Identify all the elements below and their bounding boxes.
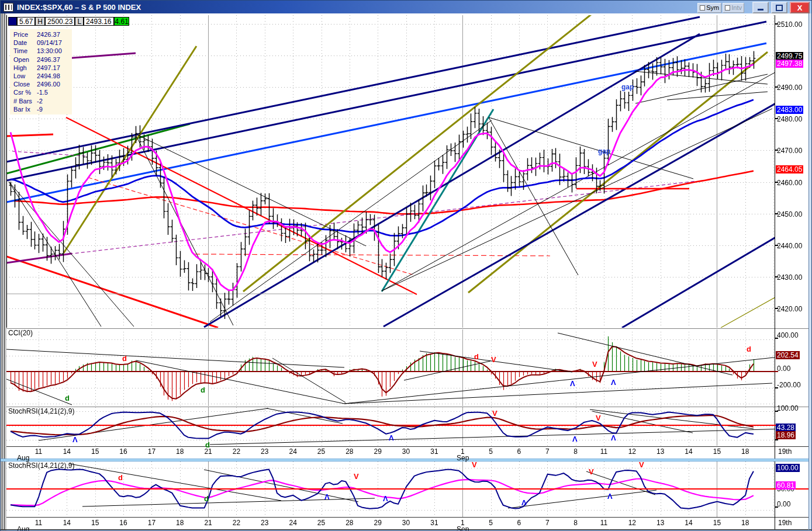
x-axis-end-label: 19th xyxy=(778,519,792,527)
x-axis-day-label: 24 xyxy=(285,447,301,456)
data-window-value: -1.5 xyxy=(37,88,48,96)
cci-annotation-d: d xyxy=(122,355,127,362)
cci-annotation-up: Λ xyxy=(570,380,575,387)
x-axis-day-label: 15 xyxy=(709,519,725,527)
checkbox-icon xyxy=(700,5,705,11)
cci-annotation-d: d xyxy=(747,345,751,353)
chart-window: INDEX:$SPX,60 – S & P 500 INDEX Sym Intv… xyxy=(0,0,812,531)
x-axis-day-label: 18 xyxy=(172,519,188,527)
open-swatch xyxy=(8,17,17,26)
x-axis-day-label: 17 xyxy=(143,447,160,456)
x-axis-day-label: 5 xyxy=(483,447,499,456)
price-axis-label: 2420.00 xyxy=(777,305,802,313)
data-window-row: Open2496.37 xyxy=(13,55,72,64)
close-button[interactable]: X xyxy=(790,2,810,13)
data-window-label: Date xyxy=(13,39,37,47)
stochrsi1-annotation-up: Λ xyxy=(72,436,78,443)
intv-button[interactable]: Intv xyxy=(723,3,744,13)
x-axis-day-label: 14 xyxy=(680,447,697,456)
stochrsi1-annotation-up: Λ xyxy=(389,434,394,442)
data-window-value: 2497.17 xyxy=(37,64,60,72)
cci-annotation-d: d xyxy=(474,353,479,360)
price-axis-label: 2490.00 xyxy=(777,84,802,92)
x-axis-day-label: 23 xyxy=(257,447,273,456)
x-axis-end-label: 19th xyxy=(778,447,792,456)
stochrsi2-annotation-up: Λ xyxy=(383,495,388,502)
x-axis-day-label: 23 xyxy=(257,519,273,527)
data-window-value: 2496.37 xyxy=(37,55,60,64)
window-title: INDEX:$SPX,60 – S & P 500 INDEX xyxy=(17,3,141,12)
close-icon: X xyxy=(797,5,803,11)
stochrsi2-panel-title: StochRSI(14,21(2),9) xyxy=(8,461,74,470)
title-bar[interactable]: INDEX:$SPX,60 – S & P 500 INDEX Sym Intv… xyxy=(1,1,811,13)
x-axis-day-label: 29 xyxy=(369,519,386,527)
x-axis-day-label: 14 xyxy=(58,519,75,527)
stochrsi2-annotation-up: Λ xyxy=(324,493,330,501)
cci-annotation-down: V xyxy=(491,356,496,363)
x-axis-day-label: 11 xyxy=(596,447,612,456)
checkbox-icon xyxy=(725,5,730,11)
cci-annotation-up: Λ xyxy=(611,379,616,386)
data-window-row: Time13:30:00 xyxy=(13,47,72,55)
cci-panel-title: CCI(20) xyxy=(8,329,33,337)
sym-button[interactable]: Sym xyxy=(697,3,721,13)
minimize-button[interactable] xyxy=(752,2,769,13)
x-axis-month-label: Aug xyxy=(17,525,29,531)
data-window-value: 09/14/17 xyxy=(37,39,62,47)
x-axis-day-label: 30 xyxy=(398,519,414,527)
stochrsi2-50-line xyxy=(6,488,808,490)
stochrsi2-annotation-d: d xyxy=(118,474,123,481)
x-axis-day-label: 18 xyxy=(737,447,754,456)
price-axis-label: 2480.00 xyxy=(777,115,802,123)
data-window-label: Close xyxy=(13,80,37,88)
data-window-value: 13:30:00 xyxy=(37,47,62,55)
stochrsi2-axis-box: 100.00 xyxy=(776,464,800,472)
data-window-label: # Bars xyxy=(13,97,37,105)
x-axis-day-label: 15 xyxy=(87,519,103,527)
stochrsi2-annotation-down: V xyxy=(589,468,594,476)
x-axis-day-label: 15 xyxy=(709,447,725,456)
x-axis-day-label: 25 xyxy=(313,519,330,527)
x-axis-day-label: 5 xyxy=(483,519,499,527)
cci-annotation-d: d xyxy=(65,394,70,402)
price-axis-label: 2470.00 xyxy=(777,147,802,155)
maximize-button[interactable] xyxy=(771,2,787,13)
x-axis-day-label: 29 xyxy=(369,447,386,456)
price-axis-label: 2510.00 xyxy=(777,20,802,29)
x-axis-day-label: 8 xyxy=(568,519,584,527)
cci-axis-label: 0.00 xyxy=(777,365,790,373)
data-window: Price2426.37Date09/14/17Time13:30:00Open… xyxy=(10,29,72,114)
data-window-value: 2494.98 xyxy=(37,72,60,80)
x-axis-day-label: 12 xyxy=(624,447,640,456)
data-window-label: Bar Ix xyxy=(13,105,37,113)
stochrsi1-annotation-d: d xyxy=(205,441,210,449)
stochrsi2-axis-label: 0.00 xyxy=(777,500,790,508)
data-window-value: -9 xyxy=(37,105,43,113)
x-axis-day-label: 22 xyxy=(228,519,244,527)
data-window-row: # Bars-2 xyxy=(13,97,72,105)
x-axis-day-label: 22 xyxy=(228,447,244,456)
x-axis-day-label: 18 xyxy=(172,447,188,456)
data-window-row: Price2426.37 xyxy=(13,30,72,39)
data-window-label: High xyxy=(13,64,37,72)
high-label: H xyxy=(35,17,45,26)
data-window-value: 2496.00 xyxy=(37,80,60,88)
data-window-row: Bar Ix-9 xyxy=(13,105,72,113)
data-window-label: Time xyxy=(13,47,37,55)
data-window-label: Price xyxy=(13,30,37,39)
quote-close: 4.61 xyxy=(114,17,129,26)
x-axis-month-label: Aug xyxy=(17,454,29,462)
cci-axis-label: -200.00 xyxy=(777,381,801,389)
x-axis-day-label: 16 xyxy=(115,447,132,456)
x-axis-day-label: 7 xyxy=(539,519,555,527)
x-axis-day-label: 11 xyxy=(30,519,47,527)
data-window-value: 2426.37 xyxy=(37,30,60,39)
cci-axis-label: 400.00 xyxy=(777,331,799,339)
x-axis-day-label: 6 xyxy=(511,447,527,456)
cci-annotation-down: V xyxy=(592,360,597,368)
data-window-row: Low2494.98 xyxy=(13,72,72,80)
panel-splitter[interactable] xyxy=(1,459,808,461)
data-window-row: Date09/14/17 xyxy=(13,39,72,47)
x-axis-month-label: Sep xyxy=(457,525,469,531)
x-axis-day-label: 31 xyxy=(426,519,443,527)
